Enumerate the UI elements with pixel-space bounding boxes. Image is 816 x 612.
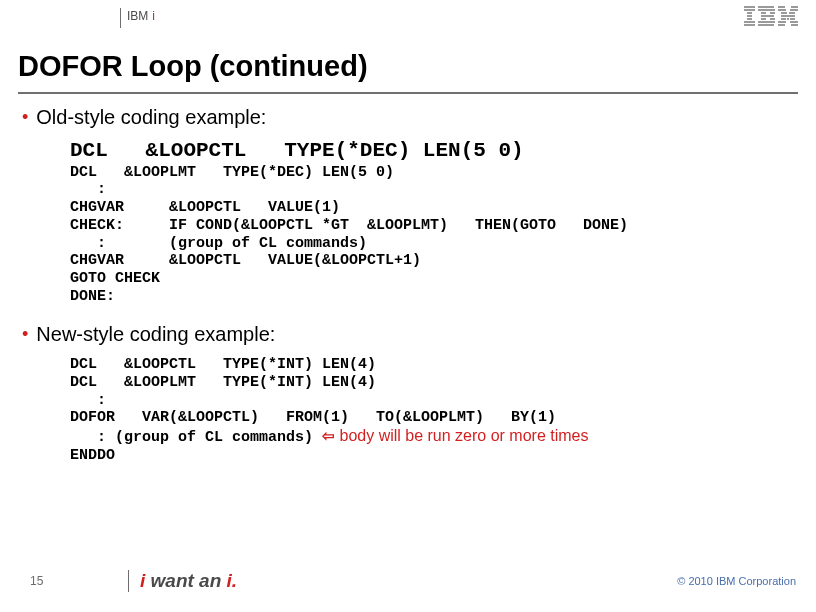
svg-rect-23 — [781, 18, 786, 20]
bullet-old-style: • Old-style coding example: — [22, 106, 794, 129]
svg-rect-24 — [790, 18, 795, 20]
top-band: IBM i — [0, 0, 816, 32]
footer: 15 i want an i. © 2010 IBM Corporation — [0, 568, 816, 594]
svg-rect-16 — [778, 6, 785, 8]
page-number: 15 — [30, 574, 43, 588]
code-new-note: body will be run zero or more times — [335, 427, 588, 444]
tagline-mid: want an — [145, 570, 226, 591]
bullet-new-style: • New-style coding example: — [22, 323, 794, 346]
code-new-body-line: : (group of CL commands) ⇦ body will be … — [70, 427, 794, 447]
svg-rect-29 — [791, 24, 798, 26]
svg-rect-6 — [744, 24, 755, 26]
svg-rect-2 — [747, 12, 752, 14]
ibm-logo-icon — [744, 6, 798, 26]
svg-rect-3 — [747, 15, 752, 17]
svg-rect-1 — [744, 9, 755, 11]
brand-prefix: IBM — [127, 9, 148, 23]
svg-rect-20 — [781, 12, 787, 14]
svg-rect-7 — [758, 6, 774, 8]
code-new-body-prefix: : (group of CL commands) — [70, 429, 322, 446]
code-new-post: ENDDO — [70, 447, 794, 465]
svg-rect-17 — [791, 6, 798, 8]
bullet-new-style-text: New-style coding example: — [36, 323, 275, 346]
svg-rect-8 — [758, 9, 775, 11]
code-new-pre: DCL &LOOPCTL TYPE(*INT) LEN(4) DCL &LOOP… — [70, 356, 794, 427]
svg-rect-11 — [761, 15, 774, 17]
svg-rect-4 — [747, 18, 752, 20]
svg-rect-22 — [781, 15, 795, 17]
slide: IBM i — [0, 0, 816, 612]
footer-divider — [128, 570, 129, 592]
svg-rect-10 — [770, 12, 775, 14]
svg-rect-9 — [761, 12, 766, 14]
svg-rect-28 — [778, 24, 785, 26]
bullet-dot-icon: • — [22, 106, 28, 128]
svg-rect-21 — [789, 12, 795, 14]
tagline-suffix: i. — [227, 570, 238, 591]
bullet-dot-icon: • — [22, 323, 28, 345]
page-title: DOFOR Loop (continued) — [18, 50, 368, 83]
brand: IBM i — [121, 9, 155, 23]
svg-rect-5 — [744, 21, 755, 23]
code-old-small: DCL &LOOPLMT TYPE(*DEC) LEN(5 0) : CHGVA… — [70, 164, 794, 306]
svg-rect-25 — [787, 18, 789, 20]
body: • Old-style coding example: DCL &LOOPCTL… — [22, 102, 794, 464]
svg-rect-12 — [761, 18, 766, 20]
svg-rect-13 — [770, 18, 775, 20]
svg-rect-27 — [790, 21, 798, 23]
copyright: © 2010 IBM Corporation — [677, 575, 796, 587]
top-left-pad — [0, 0, 120, 32]
svg-rect-19 — [790, 9, 798, 11]
svg-rect-26 — [778, 21, 786, 23]
arrow-left-icon: ⇦ — [322, 427, 335, 444]
title-rule — [18, 92, 798, 94]
code-old-large: DCL &LOOPCTL TYPE(*DEC) LEN(5 0) — [70, 139, 794, 164]
svg-rect-0 — [744, 6, 755, 8]
tagline: i want an i. — [140, 570, 237, 592]
bullet-old-style-text: Old-style coding example: — [36, 106, 266, 129]
brand-suffix: i — [152, 9, 155, 23]
svg-rect-14 — [758, 21, 775, 23]
svg-rect-18 — [778, 9, 786, 11]
svg-rect-15 — [758, 24, 774, 26]
